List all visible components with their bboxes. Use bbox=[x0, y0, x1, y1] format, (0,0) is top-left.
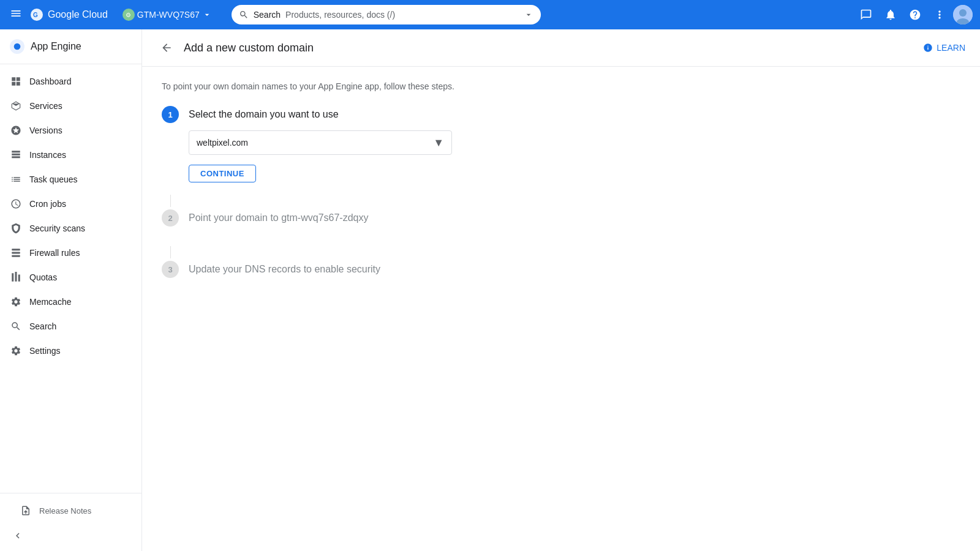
versions-icon bbox=[10, 124, 22, 137]
page-title: Add a new custom domain bbox=[184, 42, 314, 54]
feedback-icon-button[interactable] bbox=[855, 4, 877, 26]
sidebar-header: App Engine bbox=[0, 29, 141, 64]
step-2-circle: 2 bbox=[162, 209, 179, 227]
step-3-circle: 3 bbox=[162, 261, 179, 278]
learn-button[interactable]: LEARN bbox=[923, 43, 965, 53]
dashboard-icon bbox=[10, 75, 22, 88]
sidebar-item-label: Quotas bbox=[29, 272, 57, 282]
svg-point-3 bbox=[959, 9, 967, 17]
content-body: To point your own domain names to your A… bbox=[142, 67, 980, 551]
project-icon: ⚙ bbox=[123, 9, 135, 21]
sidebar-item-label: Services bbox=[29, 101, 62, 111]
sidebar: App Engine Dashboard Services bbox=[0, 29, 142, 551]
services-icon bbox=[10, 100, 22, 112]
step-3: 3 Update your DNS records to enable secu… bbox=[162, 261, 960, 285]
sidebar-item-cron-jobs[interactable]: Cron jobs bbox=[0, 192, 137, 216]
search-label-text: Search bbox=[254, 10, 281, 20]
chevron-down-icon: ▼ bbox=[433, 137, 444, 149]
sidebar-item-services[interactable]: Services bbox=[0, 94, 137, 118]
sidebar-item-label: Task queues bbox=[29, 174, 78, 184]
sidebar-item-versions[interactable]: Versions bbox=[0, 118, 137, 143]
learn-label: LEARN bbox=[937, 43, 965, 53]
back-button[interactable] bbox=[157, 38, 176, 58]
sidebar-item-dashboard[interactable]: Dashboard bbox=[0, 69, 137, 94]
step-connector-1-2 bbox=[170, 195, 171, 207]
google-cloud-logo[interactable]: G Google Cloud bbox=[29, 7, 108, 22]
step-1-title: Select the domain you want to use bbox=[189, 106, 960, 123]
sidebar-item-search[interactable]: Search bbox=[0, 314, 137, 339]
sidebar-app-title: App Engine bbox=[31, 41, 81, 52]
sidebar-item-memcache[interactable]: Memcache bbox=[0, 290, 137, 314]
cron-jobs-icon bbox=[10, 198, 22, 210]
sidebar-item-label: Search bbox=[29, 321, 56, 331]
sidebar-item-settings[interactable]: Settings bbox=[0, 339, 137, 363]
settings-nav-icon bbox=[10, 345, 22, 357]
project-name: GTM-WVQ7S67 bbox=[137, 10, 200, 20]
sidebar-collapse-button[interactable] bbox=[10, 525, 132, 546]
memcache-icon bbox=[10, 296, 22, 308]
sidebar-item-security-scans[interactable]: Security scans bbox=[0, 216, 137, 241]
step-1: 1 Select the domain you want to use welt… bbox=[162, 106, 960, 182]
svg-rect-6 bbox=[12, 249, 20, 250]
help-icon-button[interactable] bbox=[904, 4, 926, 26]
firewall-rules-icon bbox=[10, 247, 22, 259]
instances-icon bbox=[10, 149, 22, 161]
sidebar-item-label: Memcache bbox=[29, 297, 71, 307]
svg-rect-8 bbox=[12, 255, 20, 257]
step-2: 2 Point your domain to gtm-wvq7s67-zdqxy bbox=[162, 209, 960, 234]
sidebar-nav: Dashboard Services Versions bbox=[0, 64, 141, 493]
sidebar-item-label: Cron jobs bbox=[29, 199, 66, 209]
user-avatar[interactable] bbox=[953, 5, 973, 24]
svg-text:G: G bbox=[33, 12, 38, 18]
task-queues-icon bbox=[10, 173, 22, 186]
search-nav-icon bbox=[10, 320, 22, 332]
sidebar-item-label: Settings bbox=[29, 346, 61, 356]
sidebar-item-instances[interactable]: Instances bbox=[0, 143, 137, 167]
step-connector-2-3 bbox=[170, 246, 171, 258]
svg-rect-7 bbox=[12, 252, 20, 254]
step-3-title: Update your DNS records to enable securi… bbox=[189, 261, 960, 278]
project-selector[interactable]: ⚙ GTM-WVQ7S67 bbox=[118, 6, 217, 23]
step-3-content: Update your DNS records to enable securi… bbox=[189, 261, 960, 285]
hamburger-menu-icon[interactable] bbox=[7, 5, 24, 25]
sidebar-item-label: Dashboard bbox=[29, 77, 72, 86]
sidebar-item-label: Versions bbox=[29, 126, 62, 135]
security-scans-icon bbox=[10, 222, 22, 234]
app-engine-icon bbox=[10, 39, 24, 54]
more-options-icon-button[interactable] bbox=[929, 4, 951, 26]
sidebar-footer: Release Notes bbox=[0, 493, 141, 551]
topbar-actions bbox=[855, 4, 973, 26]
main-content: Add a new custom domain LEARN To point y… bbox=[142, 29, 980, 551]
sidebar-item-firewall-rules[interactable]: Firewall rules bbox=[0, 241, 137, 265]
step-1-content: Select the domain you want to use weltpi… bbox=[189, 106, 960, 182]
sidebar-item-label: Instances bbox=[29, 150, 66, 160]
search-placeholder-text: Products, resources, docs (/) bbox=[285, 10, 395, 20]
notifications-icon-button[interactable] bbox=[880, 4, 902, 26]
step-2-content: Point your domain to gtm-wvq7s67-zdqxy bbox=[189, 209, 960, 234]
domain-dropdown[interactable]: weltpixel.com ▼ bbox=[189, 130, 452, 155]
sidebar-item-task-queues[interactable]: Task queues bbox=[0, 167, 137, 192]
content-header-left: Add a new custom domain bbox=[157, 38, 314, 58]
domain-value: weltpixel.com bbox=[197, 138, 248, 148]
release-notes-icon bbox=[20, 504, 32, 517]
continue-button[interactable]: CONTINUE bbox=[189, 165, 256, 182]
content-header: Add a new custom domain LEARN bbox=[142, 29, 980, 67]
svg-point-5 bbox=[14, 43, 21, 50]
release-notes-label: Release Notes bbox=[39, 506, 91, 515]
sidebar-item-label: Firewall rules bbox=[29, 248, 80, 258]
global-search-bar[interactable]: Search Products, resources, docs (/) bbox=[232, 5, 541, 24]
main-layout: App Engine Dashboard Services bbox=[0, 29, 980, 551]
quotas-icon bbox=[10, 271, 22, 283]
sidebar-item-release-notes[interactable]: Release Notes bbox=[10, 498, 127, 523]
sidebar-item-quotas[interactable]: Quotas bbox=[0, 265, 137, 290]
content-description: To point your own domain names to your A… bbox=[162, 81, 960, 91]
step-2-title: Point your domain to gtm-wvq7s67-zdqxy bbox=[189, 209, 960, 227]
sidebar-item-label: Security scans bbox=[29, 223, 85, 233]
step-1-circle: 1 bbox=[162, 106, 179, 123]
topbar: G Google Cloud ⚙ GTM-WVQ7S67 Search Prod… bbox=[0, 0, 980, 29]
